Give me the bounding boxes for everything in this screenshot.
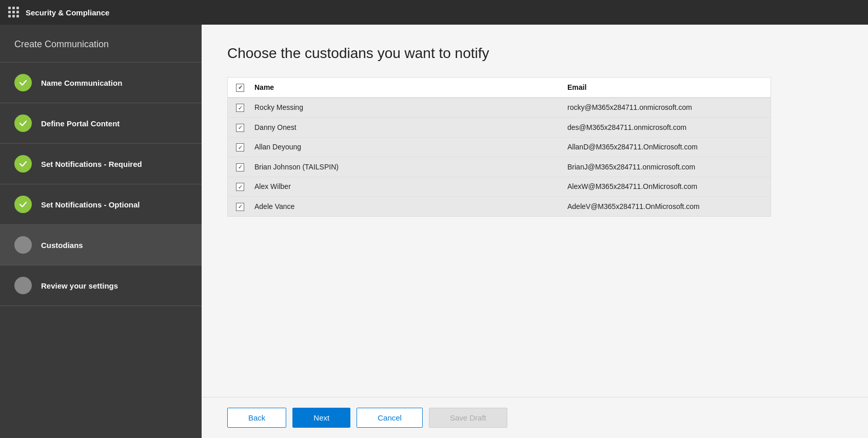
sidebar-item-label: Name Communication (41, 79, 122, 87)
table-row: Brian Johnson (TAILSPIN) BrianJ@M365x284… (228, 157, 771, 177)
row-email: AllanD@M365x284711.OnMicrosoft.com (567, 143, 762, 151)
row-email: AlexW@M365x284711.OnMicrosoft.com (567, 182, 762, 191)
next-button[interactable]: Next (292, 408, 350, 428)
custodians-table: Name Email Rocky Messing rocky@M365x2847… (227, 77, 771, 217)
row-checkbox-cell (236, 143, 254, 152)
row-checkbox[interactable] (236, 143, 244, 151)
sidebar-item-review-settings[interactable]: Review your settings (0, 265, 202, 306)
sidebar-item-label: Set Notifications - Required (41, 160, 142, 168)
content-area: Choose the custodians you want to notify… (202, 25, 868, 438)
table-header-row: Name Email (228, 78, 771, 98)
sidebar-item-label: Custodians (41, 241, 83, 250)
row-checkbox[interactable] (236, 124, 244, 132)
cancel-button[interactable]: Cancel (357, 408, 423, 428)
sidebar-item-define-portal-content[interactable]: Define Portal Content (0, 103, 202, 144)
header-checkbox-cell (236, 83, 254, 92)
row-name: Adele Vance (254, 202, 567, 211)
row-name: Alex Wilber (254, 182, 567, 191)
step-circle-done (14, 115, 32, 132)
grid-dots-icon[interactable] (8, 7, 19, 18)
table-row: Allan Deyoung AllanD@M365x284711.OnMicro… (228, 138, 771, 158)
save-draft-button: Save Draft (429, 408, 507, 428)
step-circle-pending (14, 236, 32, 254)
row-checkbox[interactable] (236, 183, 244, 191)
table-row: Rocky Messing rocky@M365x284711.onmicros… (228, 98, 771, 118)
step-circle-done (14, 155, 32, 173)
topbar: Security & Compliance (0, 0, 868, 25)
row-email: des@M365x284711.onmicrosoft.com (567, 123, 762, 131)
row-checkbox[interactable] (236, 203, 244, 211)
sidebar-item-set-notifications-optional[interactable]: Set Notifications - Optional (0, 184, 202, 225)
table-row: Adele Vance AdeleV@M365x284711.OnMicroso… (228, 197, 771, 216)
sidebar-item-set-notifications-required[interactable]: Set Notifications - Required (0, 144, 202, 184)
row-email: rocky@M365x284711.onmicrosoft.com (567, 103, 762, 111)
row-checkbox[interactable] (236, 163, 244, 172)
sidebar-item-custodians[interactable]: Custodians (0, 225, 202, 265)
row-name: Brian Johnson (TAILSPIN) (254, 163, 567, 171)
step-circle-done (14, 74, 32, 91)
sidebar-item-label: Review your settings (41, 281, 118, 290)
row-checkbox-cell (236, 202, 254, 211)
table-row: Danny Onest des@M365x284711.onmicrosoft.… (228, 118, 771, 138)
row-checkbox-cell (236, 123, 254, 132)
row-email: AdeleV@M365x284711.OnMicrosoft.com (567, 202, 762, 211)
row-name: Rocky Messing (254, 103, 567, 111)
sidebar-item-name-communication[interactable]: Name Communication (0, 63, 202, 103)
step-circle-pending (14, 277, 32, 294)
page-title: Choose the custodians you want to notify (227, 45, 842, 62)
select-all-checkbox[interactable] (236, 84, 244, 92)
app-title: Security & Compliance (26, 8, 109, 17)
row-name: Allan Deyoung (254, 143, 567, 151)
row-email: BrianJ@M365x284711.onmicrosoft.com (567, 163, 762, 171)
back-button[interactable]: Back (227, 408, 286, 428)
row-name: Danny Onest (254, 123, 567, 131)
step-circle-done (14, 196, 32, 213)
sidebar-item-label: Define Portal Content (41, 119, 120, 128)
content-body: Choose the custodians you want to notify… (202, 25, 868, 397)
row-checkbox-cell (236, 162, 254, 172)
sidebar: Create Communication Name Communication … (0, 25, 202, 438)
row-checkbox-cell (236, 182, 254, 192)
content-footer: Back Next Cancel Save Draft (202, 397, 868, 438)
header-name: Name (254, 83, 567, 91)
row-checkbox-cell (236, 103, 254, 112)
sidebar-header: Create Communication (0, 25, 202, 63)
header-email: Email (567, 83, 762, 91)
sidebar-item-label: Set Notifications - Optional (41, 200, 140, 209)
table-row: Alex Wilber AlexW@M365x284711.OnMicrosof… (228, 177, 771, 197)
row-checkbox[interactable] (236, 104, 244, 112)
